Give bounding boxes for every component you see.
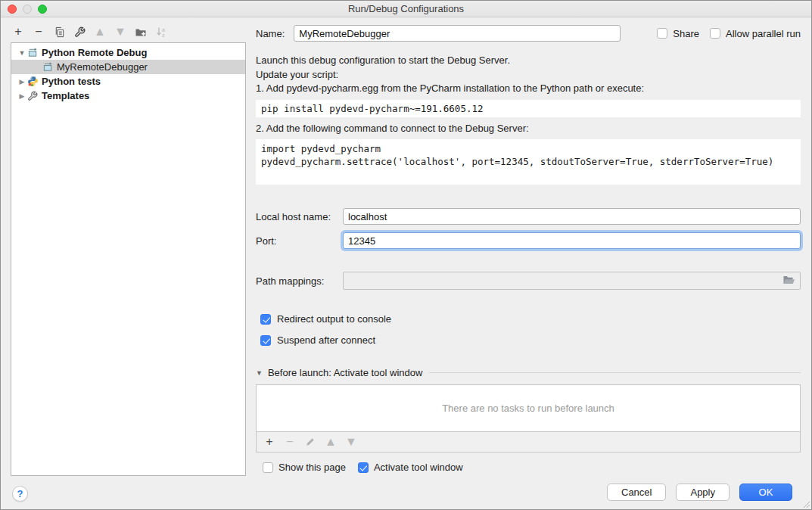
tree-item-label: Python tests bbox=[42, 76, 101, 87]
move-down-icon[interactable]: ▼ bbox=[114, 26, 126, 38]
move-task-up-icon[interactable]: ▲ bbox=[325, 436, 337, 448]
before-launch-task-list[interactable]: There are no tasks to run before launch bbox=[256, 384, 801, 432]
empty-tasks-message: There are no tasks to run before launch bbox=[442, 403, 614, 414]
wrench-icon bbox=[26, 90, 39, 102]
before-launch-toolbar: + − ▲ ▼ bbox=[256, 432, 801, 452]
new-folder-icon[interactable] bbox=[135, 26, 147, 38]
path-mappings-row: Path mappings: bbox=[256, 272, 801, 290]
port-row: Port: bbox=[256, 232, 801, 249]
tree-item-myremotedebugger[interactable]: MyRemoteDebugger bbox=[11, 60, 245, 74]
name-label: Name: bbox=[256, 28, 285, 39]
section-divider bbox=[429, 372, 801, 373]
redirect-output-row[interactable]: Redirect output to console bbox=[260, 313, 801, 325]
port-input[interactable] bbox=[343, 232, 801, 249]
show-this-page-label: Show this page bbox=[278, 462, 346, 473]
title-bar: Run/Debug Configurations bbox=[1, 1, 811, 17]
window-title: Run/Debug Configurations bbox=[348, 3, 464, 14]
run-debug-configurations-dialog: Run/Debug Configurations + − ▲ ▼ az ▼ Py… bbox=[0, 0, 812, 510]
settrace-code[interactable]: import pydevd_pycharm pydevd_pycharm.set… bbox=[256, 139, 801, 185]
python-tests-icon bbox=[26, 76, 39, 88]
instruction-line: Launch this debug configuration to start… bbox=[256, 54, 801, 68]
remove-configuration-icon[interactable]: − bbox=[33, 26, 45, 38]
open-folder-icon[interactable] bbox=[782, 274, 796, 288]
tree-item-label: Templates bbox=[42, 90, 89, 101]
collapsed-arrow-icon[interactable]: ▶ bbox=[17, 92, 26, 100]
move-task-down-icon[interactable]: ▼ bbox=[345, 436, 357, 448]
remove-task-icon[interactable]: − bbox=[284, 436, 296, 448]
allow-parallel-run-label: Allow parallel run bbox=[726, 28, 801, 39]
instruction-line: Update your script: bbox=[256, 68, 801, 82]
suspend-after-connect-row[interactable]: Suspend after connect bbox=[260, 334, 801, 346]
edit-defaults-icon[interactable] bbox=[73, 26, 86, 38]
dialog-buttons: Cancel Apply OK bbox=[607, 484, 792, 501]
tree-item-label: Python Remote Debug bbox=[42, 47, 147, 58]
add-configuration-icon[interactable]: + bbox=[12, 26, 24, 38]
name-row: Name: Share Allow parallel run bbox=[256, 25, 801, 42]
allow-parallel-run-checkbox-item[interactable]: Allow parallel run bbox=[710, 28, 801, 39]
close-window-button[interactable] bbox=[8, 5, 17, 14]
instructions: Launch this debug configuration to start… bbox=[256, 54, 801, 185]
apply-button[interactable]: Apply bbox=[676, 484, 730, 501]
local-host-label: Local host name: bbox=[256, 211, 343, 222]
share-checkbox[interactable] bbox=[657, 28, 667, 39]
expanded-arrow-icon[interactable]: ▼ bbox=[17, 49, 26, 57]
redirect-output-checkbox[interactable] bbox=[260, 314, 271, 325]
configuration-editor: Name: Share Allow parallel run Launch th… bbox=[256, 25, 801, 473]
minimize-window-button[interactable] bbox=[23, 5, 32, 14]
ok-button[interactable]: OK bbox=[739, 484, 792, 501]
activate-tool-window-label: Activate tool window bbox=[374, 462, 463, 473]
zoom-window-button[interactable] bbox=[38, 5, 47, 14]
code-line: pydevd_pycharm.settrace('localhost', por… bbox=[261, 155, 795, 168]
move-up-icon[interactable]: ▲ bbox=[94, 26, 106, 38]
expanded-arrow-icon[interactable]: ▼ bbox=[256, 369, 263, 377]
before-launch-title: Before launch: Activate tool window bbox=[268, 367, 423, 378]
share-checkbox-item[interactable]: Share bbox=[657, 28, 699, 39]
tree-item-label: MyRemoteDebugger bbox=[57, 61, 148, 73]
activate-tool-window-item[interactable]: Activate tool window bbox=[358, 462, 463, 473]
suspend-after-connect-checkbox[interactable] bbox=[260, 335, 271, 346]
top-checkboxes: Share Allow parallel run bbox=[657, 28, 801, 39]
run-config-icon bbox=[26, 47, 39, 59]
tree-item-python-remote-debug[interactable]: ▼ Python Remote Debug bbox=[11, 45, 245, 60]
local-host-row: Local host name: bbox=[256, 208, 801, 225]
show-this-page-item[interactable]: Show this page bbox=[263, 462, 346, 473]
sort-configurations-icon[interactable]: az bbox=[155, 26, 167, 38]
name-input[interactable] bbox=[294, 25, 621, 42]
path-mappings-label: Path mappings: bbox=[256, 275, 343, 287]
configurations-toolbar: + − ▲ ▼ az bbox=[12, 23, 167, 40]
window-controls bbox=[8, 5, 47, 14]
edit-task-icon[interactable] bbox=[304, 436, 316, 448]
run-config-icon bbox=[42, 61, 54, 73]
local-host-input[interactable] bbox=[343, 208, 801, 225]
instruction-step: 1. Add pydevd-pycharm.egg from the PyCha… bbox=[256, 82, 801, 96]
allow-parallel-run-checkbox[interactable] bbox=[710, 28, 720, 39]
add-task-icon[interactable]: + bbox=[263, 436, 275, 448]
code-line: import pydevd_pycharm bbox=[261, 142, 795, 155]
path-mappings-input[interactable] bbox=[343, 272, 801, 290]
help-button[interactable]: ? bbox=[12, 486, 28, 502]
svg-text:z: z bbox=[162, 33, 165, 38]
before-launch-header[interactable]: ▼ Before launch: Activate tool window bbox=[256, 367, 801, 378]
tree-item-templates[interactable]: ▶ Templates bbox=[11, 89, 245, 103]
tree-item-python-tests[interactable]: ▶ Python tests bbox=[11, 74, 245, 89]
configurations-tree: ▼ Python Remote Debug MyRemoteDebugger ▶… bbox=[11, 42, 246, 476]
page-options-row: Show this page Activate tool window bbox=[263, 462, 801, 473]
show-this-page-checkbox[interactable] bbox=[263, 462, 273, 473]
copy-configuration-icon[interactable] bbox=[53, 26, 65, 38]
collapsed-arrow-icon[interactable]: ▶ bbox=[17, 78, 26, 86]
share-label: Share bbox=[673, 28, 699, 39]
resize-grip[interactable] bbox=[801, 499, 810, 508]
redirect-output-label: Redirect output to console bbox=[277, 313, 391, 325]
svg-text:a: a bbox=[162, 27, 165, 33]
suspend-after-connect-label: Suspend after connect bbox=[277, 334, 375, 346]
instruction-step: 2. Add the following command to connect … bbox=[256, 122, 801, 136]
activate-tool-window-checkbox[interactable] bbox=[358, 462, 369, 473]
cancel-button[interactable]: Cancel bbox=[607, 484, 666, 501]
port-label: Port: bbox=[256, 235, 343, 247]
pip-install-code[interactable]: pip install pydevd-pycharm~=191.6605.12 bbox=[256, 100, 801, 117]
